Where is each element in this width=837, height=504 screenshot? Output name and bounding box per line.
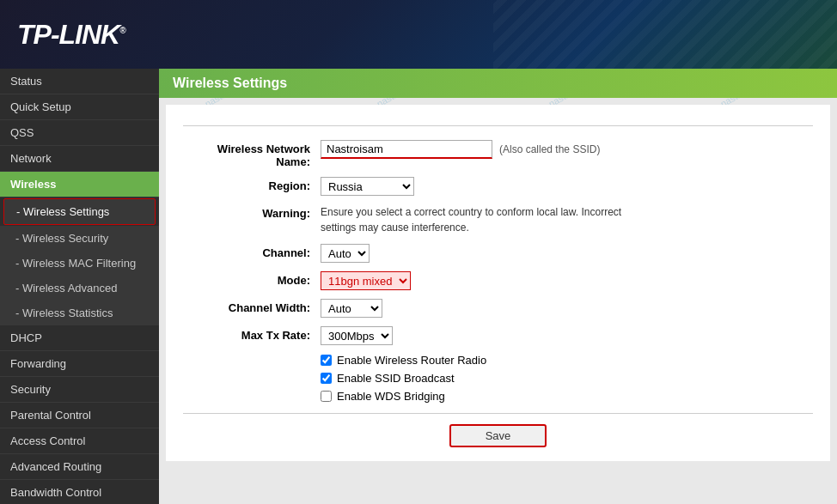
channel-width-label: Channel Width: [183,299,321,314]
sidebar-item-advancedrouting[interactable]: Advanced Routing [0,454,159,480]
sidebar-item-label: Advanced Routing [10,460,101,473]
sidebar-item-wireless[interactable]: Wireless [0,172,159,197]
page-title-bar: Wireless Settings [159,69,837,98]
checkbox-row-1: Enable Wireless Router Radio [321,354,813,367]
channel-width-row: Channel Width: Auto 20MHz 40MHz [183,299,813,318]
sidebar-item-label: Wireless [10,178,56,191]
enable-wds-bridging-label: Enable WDS Bridging [337,390,445,403]
sidebar-item-qss[interactable]: QSS [0,120,159,146]
sidebar-item-wirelessadvanced[interactable]: - Wireless Advanced [0,276,159,301]
channel-row: Channel: Auto 1234 5678 91011 [183,244,813,263]
network-name-label: Wireless Network Name: [183,140,321,168]
sidebar-item-label: - Wireless Security [15,232,108,245]
warning-row: Warning: Ensure you select a correct cou… [183,204,813,235]
region-select[interactable]: Russia United States China [321,177,414,196]
network-name-row: Wireless Network Name: (Also called the … [183,140,813,168]
sidebar-item-label: DHCP [10,331,42,344]
sidebar-item-label: Access Control [10,434,85,447]
region-label: Region: [183,177,321,192]
ssid-note: (Also called the SSID) [499,143,600,155]
region-row: Region: Russia United States China [183,177,813,196]
sidebar-item-quicksetup[interactable]: Quick Setup [0,94,159,120]
enable-wireless-radio-checkbox[interactable] [321,355,332,366]
max-tx-rate-row: Max Tx Rate: 300Mbps 150Mbps 54Mbps [183,326,813,345]
channel-select[interactable]: Auto 1234 5678 91011 [321,244,370,263]
checkbox-row-2: Enable SSID Broadcast [321,372,813,385]
max-tx-rate-controls: 300Mbps 150Mbps 54Mbps [321,326,393,345]
sidebar-item-label: Parental Control [10,409,91,422]
channel-width-select[interactable]: Auto 20MHz 40MHz [321,299,382,318]
network-name-controls: (Also called the SSID) [321,140,600,159]
sidebar-item-accesscontrol[interactable]: Access Control [0,428,159,454]
enable-wireless-radio-label: Enable Wireless Router Radio [337,354,486,367]
sidebar-item-label: Status [10,75,42,88]
sidebar-item-wirelessmacfiltering[interactable]: - Wireless MAC Filtering [0,251,159,276]
sidebar-item-label: - Wireless Statistics [15,307,113,319]
form-area: Wireless Network Name: (Also called the … [166,105,830,461]
sidebar-item-label: - Wireless Advanced [15,282,118,295]
sidebar-item-wirelesssettings[interactable]: - Wireless Settings [3,198,156,225]
bottom-divider [183,413,813,414]
max-tx-rate-select[interactable]: 300Mbps 150Mbps 54Mbps [321,326,393,345]
sidebar-item-status[interactable]: Status [0,69,159,94]
sidebar-item-label: Forwarding [10,357,66,370]
sidebar-item-label: Security [10,383,51,396]
mode-label: Mode: [183,271,321,287]
sidebar-item-label: - Wireless Settings [16,205,109,218]
enable-ssid-broadcast-checkbox[interactable] [321,373,332,384]
sidebar-item-label: - Wireless MAC Filtering [15,257,136,270]
warning-label: Warning: [183,204,321,220]
sidebar-item-label: Network [10,152,52,165]
mode-select[interactable]: 11bgn mixed 11b only 11g only 11n only [321,271,411,290]
region-controls: Russia United States China [321,177,414,196]
sidebar-item-wirelesssecurity[interactable]: - Wireless Security [0,226,159,251]
sidebar-item-network[interactable]: Network [0,146,159,172]
sidebar-item-security[interactable]: Security [0,377,159,403]
header: TP-LINK® [0,0,837,69]
checkbox-row-3: Enable WDS Bridging [321,390,813,403]
mode-controls: 11bgn mixed 11b only 11g only 11n only [321,271,411,290]
enable-ssid-broadcast-label: Enable SSID Broadcast [337,372,455,385]
sidebar-item-bandwidthcontrol[interactable]: Bandwidth Control [0,480,159,504]
save-btn-row: Save [183,424,813,447]
channel-controls: Auto 1234 5678 91011 [321,244,370,263]
mode-row: Mode: 11bgn mixed 11b only 11g only 11n … [183,271,813,290]
sidebar-item-label: Quick Setup [10,100,71,113]
sidebar: StatusQuick SetupQSSNetworkWireless- Wir… [0,69,159,504]
main-content: nastroiiam.runastroiiam.runastroiiam.run… [159,69,837,504]
enable-wds-bridging-checkbox[interactable] [321,391,332,402]
sidebar-item-parentalcontrol[interactable]: Parental Control [0,403,159,428]
sidebar-item-wirelessstatistics[interactable]: - Wireless Statistics [0,301,159,325]
warning-text: Ensure you select a correct country to c… [321,204,630,235]
channel-label: Channel: [183,244,321,259]
page-title: Wireless Settings [173,76,287,90]
sidebar-item-forwarding[interactable]: Forwarding [0,351,159,377]
sidebar-item-label: Bandwidth Control [10,486,101,499]
sidebar-item-dhcp[interactable]: DHCP [0,325,159,351]
sidebar-item-label: QSS [10,126,34,139]
top-divider [183,125,813,126]
channel-width-controls: Auto 20MHz 40MHz [321,299,382,318]
max-tx-rate-label: Max Tx Rate: [183,326,321,342]
tp-link-logo: TP-LINK® [17,19,125,51]
save-button[interactable]: Save [449,424,547,447]
network-name-input[interactable] [321,140,492,159]
